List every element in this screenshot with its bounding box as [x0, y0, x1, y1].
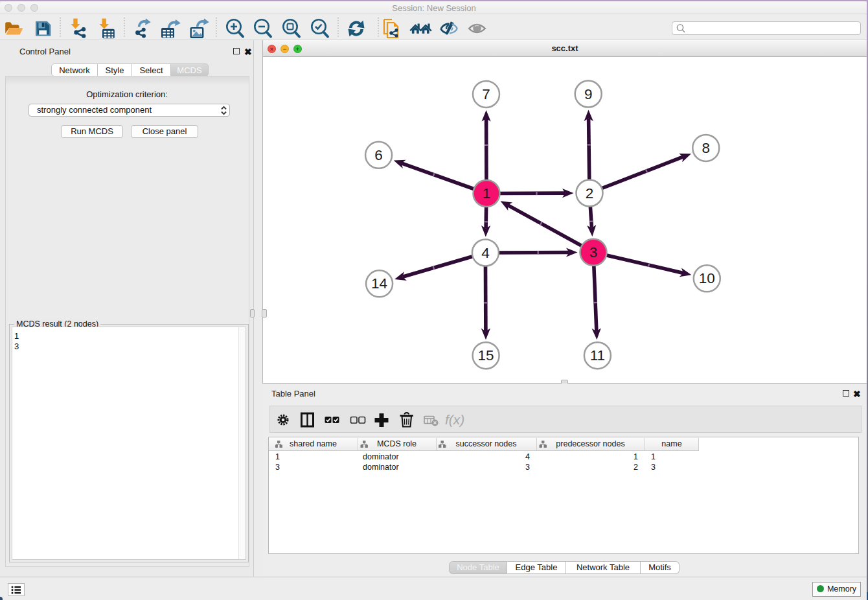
svg-text:1: 1: [483, 185, 491, 202]
svg-text:4: 4: [481, 245, 490, 261]
svg-text:15: 15: [478, 347, 494, 363]
svg-text:6: 6: [374, 147, 383, 163]
svg-text:7: 7: [482, 86, 490, 102]
svg-text:2: 2: [586, 185, 594, 202]
svg-text:11: 11: [590, 347, 605, 363]
svg-text:10: 10: [699, 270, 715, 286]
svg-text:8: 8: [702, 140, 711, 156]
svg-text:14: 14: [371, 275, 387, 292]
svg-text:3: 3: [589, 244, 598, 260]
svg-text:f(x): f(x): [445, 412, 464, 427]
svg-text:9: 9: [584, 86, 593, 102]
